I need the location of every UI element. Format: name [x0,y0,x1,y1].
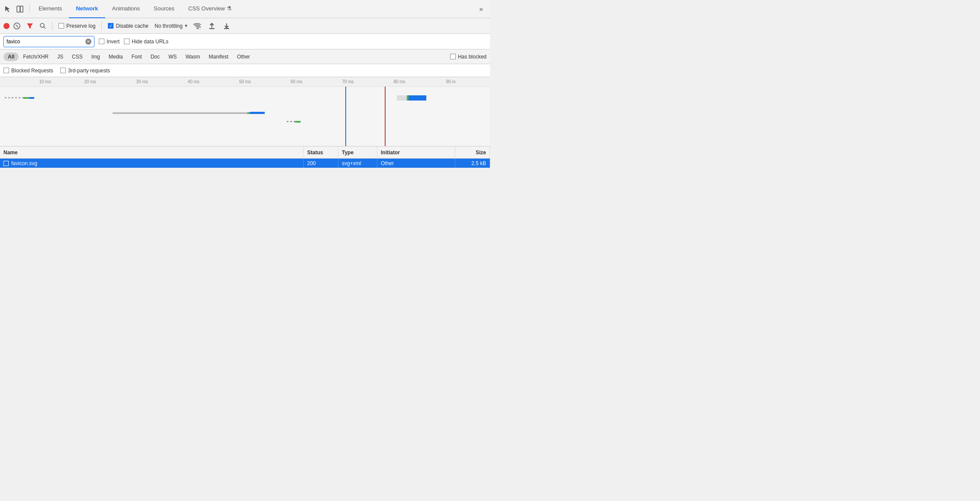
throttle-label: No throttling [155,23,183,29]
disable-cache-checkbox[interactable]: ✓ [108,23,114,29]
invert-option[interactable]: Invert [99,39,120,45]
search-button[interactable] [37,20,49,32]
tick-30ms: 30 ms [136,79,148,84]
th-size[interactable]: Size [455,146,490,158]
tick-70ms: 70 ms [342,79,354,84]
type-btn-font[interactable]: Font [127,52,146,61]
row-checkbox[interactable] [3,161,9,166]
download-button[interactable] [221,20,232,32]
td-status: 200 [304,159,338,168]
throttle-select[interactable]: No throttling ▼ [153,23,190,29]
svg-line-6 [44,27,45,29]
timeline-area: 10 ms 20 ms 30 ms 40 ms 50 ms 60 ms 70 m… [0,77,490,146]
toolbar-divider-2 [101,22,102,30]
tick-60ms: 60 ms [291,79,302,84]
type-btn-other[interactable]: Other [233,52,254,61]
third-party-option[interactable]: 3rd-party requests [60,68,110,74]
hide-data-urls-checkbox[interactable] [124,39,130,44]
has-blocked-label: Has blocked [458,54,487,60]
table-row[interactable]: favicon.svg 200 svg+xml Other 2.5 kB [0,159,490,168]
type-btn-fetch-xhr[interactable]: Fetch/XHR [19,52,53,61]
tab-sources[interactable]: Sources [147,0,182,18]
upload-download-buttons [206,20,232,32]
preserve-log-checkbox[interactable] [58,23,64,29]
tick-10ms: 10 ms [39,79,51,84]
record-button[interactable] [3,23,10,29]
network-toolbar: Preserve log ✓ Disable cache No throttli… [0,18,490,34]
type-btn-ws[interactable]: WS [164,52,181,61]
filter-button[interactable] [24,20,36,32]
th-type[interactable]: Type [338,146,377,158]
preserve-log-label: Preserve log [66,23,95,29]
flask-icon: ⚗ [227,5,232,12]
waterfall-row-3 [0,119,490,124]
has-blocked-option[interactable]: Has blocked [450,54,487,60]
hide-data-urls-label: Hide data URLs [132,39,169,45]
devtools-icons [3,5,30,13]
blocked-requests-option[interactable]: Blocked Requests [3,68,53,74]
third-party-checkbox[interactable] [60,68,66,73]
type-btn-img[interactable]: Img [87,52,104,61]
bar-ttfb-1 [23,97,29,99]
load-line [385,87,386,146]
th-status[interactable]: Status [304,146,338,158]
type-btn-manifest[interactable]: Manifest [204,52,233,61]
more-tabs-button[interactable]: » [476,5,487,13]
invert-checkbox[interactable] [99,39,104,44]
preserve-log-option[interactable]: Preserve log [56,23,98,29]
tab-css-overview[interactable]: CSS Overview ⚗ [182,0,239,18]
search-box: ✕ [3,36,94,47]
svg-marker-4 [27,23,33,29]
type-btn-js[interactable]: JS [53,52,68,61]
type-btn-wasm[interactable]: Wasm [181,52,204,61]
filter-bar: ✕ Invert Hide data URLs [0,34,490,49]
td-initiator: Other [377,159,455,168]
bar-waiting-1 [5,97,24,98]
type-btn-css[interactable]: CSS [68,52,87,61]
third-party-label: 3rd-party requests [68,68,110,74]
toolbar-divider-1 [52,22,52,30]
wifi-settings-button[interactable] [191,20,203,32]
th-initiator[interactable]: Initiator [377,146,455,158]
td-name: favicon.svg [0,159,304,168]
has-blocked-checkbox[interactable] [450,54,456,59]
timeline-ruler: 10 ms 20 ms 30 ms 40 ms 50 ms 60 ms 70 m… [0,77,490,87]
upload-button[interactable] [206,20,217,32]
network-table: Name Status Type Initiator Size favicon.… [0,146,490,168]
filter-input[interactable] [6,39,85,45]
cursor-icon[interactable] [3,5,12,13]
tab-elements[interactable]: Elements [32,0,69,18]
svg-point-5 [40,23,44,27]
bar-stalled-2 [113,112,250,114]
blocked-requests-label: Blocked Requests [11,68,53,74]
type-filter-bar: All Fetch/XHR JS CSS Img Media Font Doc … [0,49,490,64]
bar-green-3 [295,121,301,123]
timeline-content [0,87,490,146]
td-size: 2.5 kB [455,159,490,168]
bar-white [397,95,407,101]
table-header: Name Status Type Initiator Size [0,146,490,159]
svg-line-3 [16,25,18,27]
waterfall-row-2 [0,111,490,116]
tab-animations[interactable]: Animations [105,0,147,18]
svg-rect-1 [20,6,23,12]
bar-download-1 [29,97,34,99]
tick-90ms: 90 m [446,79,455,84]
throttle-dropdown-icon: ▼ [184,23,188,28]
type-btn-all[interactable]: All [3,52,19,61]
type-btn-doc[interactable]: Doc [146,52,164,61]
hide-data-urls-option[interactable]: Hide data URLs [124,39,169,45]
clear-button[interactable] [11,20,23,32]
tab-network[interactable]: Network [69,0,105,18]
clear-filter-button[interactable]: ✕ [85,39,91,45]
blocked-bar: Blocked Requests 3rd-party requests [0,64,490,77]
dock-icon[interactable] [16,5,24,13]
disable-cache-label: Disable cache [116,23,148,29]
type-btn-media[interactable]: Media [104,52,127,61]
bar-download-2 [250,112,265,114]
th-name[interactable]: Name [0,146,304,158]
blocked-requests-checkbox[interactable] [3,68,9,73]
disable-cache-option[interactable]: ✓ Disable cache [105,23,151,29]
tick-20ms: 20 ms [84,79,96,84]
dom-content-loaded-line [345,87,346,146]
